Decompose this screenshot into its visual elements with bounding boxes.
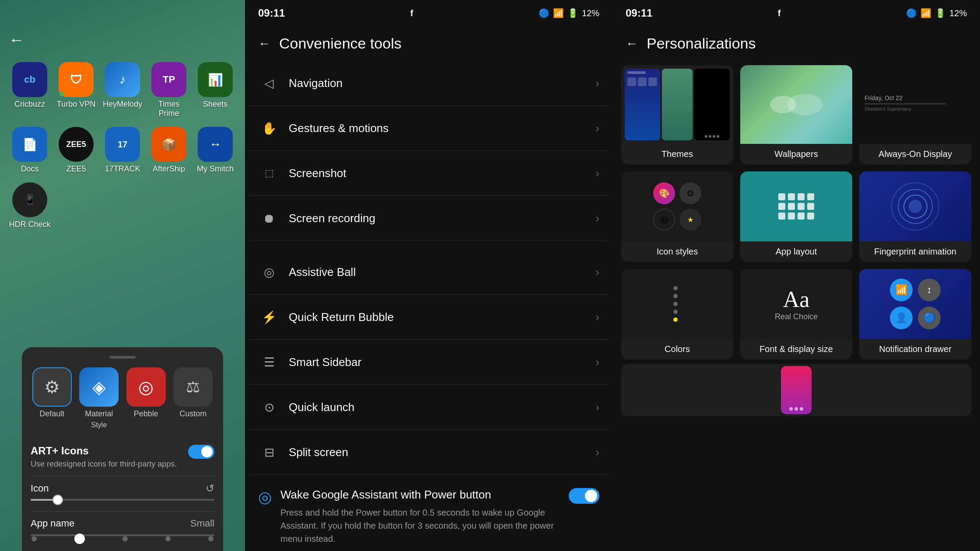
- app-name-track[interactable]: [31, 534, 214, 536]
- wallpapers-preview: [740, 65, 852, 144]
- dot-3: [165, 536, 171, 541]
- app-name-dots: [31, 534, 214, 544]
- screenshot-label: Screenshot: [289, 167, 595, 180]
- notification-label: Notification drawer: [859, 339, 971, 359]
- icon-size-label: Icon: [31, 483, 49, 494]
- wallpapers-card[interactable]: Wallpapers: [740, 65, 852, 164]
- screen-off-mock: [781, 366, 812, 414]
- app-heymelody[interactable]: ♪ HeyMelody: [102, 62, 144, 118]
- app-times-prime[interactable]: TP Times Prime: [148, 62, 190, 118]
- split-screen-icon: ⊟: [258, 441, 280, 463]
- gestures-arrow: ›: [595, 122, 599, 135]
- app-17track[interactable]: 17 17TRACK: [102, 127, 144, 174]
- assistive-ball-icon: ◎: [258, 261, 280, 283]
- facebook-icon: f: [410, 8, 413, 18]
- menu-split-screen[interactable]: ⊟ Split screen ›: [249, 430, 608, 475]
- screen-off-card[interactable]: [621, 364, 971, 416]
- menu-assistive-ball[interactable]: ◎ Assistive Ball ›: [249, 250, 608, 295]
- app-hdr-check[interactable]: 📱 HDR Check: [9, 182, 51, 229]
- themes-preview: [621, 65, 733, 144]
- back-button-panel2[interactable]: ←: [258, 37, 270, 51]
- app-turbo-vpn[interactable]: 🛡 Turbo VPN: [55, 62, 97, 118]
- themes-card[interactable]: Themes: [621, 65, 733, 164]
- screen-off-section: [612, 364, 980, 421]
- split-screen-arrow: ›: [595, 446, 599, 459]
- wake-toggle[interactable]: [569, 488, 599, 504]
- quick-return-icon: ⚡: [258, 306, 280, 328]
- art-icons-text: ART+ Icons Use redesigned icons for thir…: [31, 445, 177, 469]
- gestures-icon: ✋: [258, 117, 280, 139]
- app-layout-preview: [740, 171, 852, 241]
- status-bar-panel3: 09:11 f 🔵 📶 🔋 12%: [612, 0, 980, 26]
- panel-home: ← cb Cricbuzz 🛡 Turbo VPN ♪ HeyMelody TP: [0, 0, 245, 551]
- menu-screen-recording[interactable]: ⏺ Screen recording ›: [249, 196, 608, 241]
- screen-recording-label: Screen recording: [289, 212, 595, 225]
- icon-size-reset[interactable]: ↺: [206, 482, 214, 495]
- wake-desc: Press and hold the Power button for 0.5 …: [280, 506, 560, 545]
- art-icons-title: ART+ Icons: [31, 445, 177, 457]
- panel2-header: ← Convenience tools: [245, 26, 612, 61]
- screen-off-dots: [789, 407, 803, 411]
- menu-navigation[interactable]: ◁ Navigation ›: [249, 61, 608, 106]
- assistive-ball-arrow: ›: [595, 265, 599, 279]
- icon-style-pebble[interactable]: ◎ Pebble: [125, 367, 168, 429]
- app-zee5[interactable]: ZEE5 ZEE5: [55, 127, 97, 174]
- dot-2: [122, 536, 128, 541]
- back-button-panel3[interactable]: ←: [626, 37, 638, 51]
- app-docs[interactable]: 📄 Docs: [9, 127, 51, 174]
- icon-styles-card[interactable]: 🎨 ⚙ ◎ ★ Icon styles: [621, 171, 733, 262]
- wake-row: ◎ Wake Google Assistant with Power butto…: [258, 488, 599, 545]
- status-time: 09:11: [258, 7, 285, 19]
- icon-style-custom[interactable]: ⚖ Custom: [172, 367, 215, 429]
- status-time-panel3: 09:11: [626, 7, 652, 19]
- quick-return-label: Quick Return Bubble: [289, 310, 595, 324]
- battery-icon: 🔋: [567, 8, 578, 18]
- screenshot-arrow: ›: [595, 167, 599, 180]
- convenience-menu-list: ◁ Navigation › ✋ Gestures & motions › ⬚ …: [245, 61, 612, 475]
- menu-quick-return[interactable]: ⚡ Quick Return Bubble ›: [249, 295, 608, 340]
- always-on-card[interactable]: Friday, Oct 22 Sheldon's Supremacy Alway…: [859, 65, 971, 164]
- app-layout-card[interactable]: App layout: [740, 171, 852, 262]
- wallpapers-label: Wallpapers: [740, 144, 852, 164]
- back-button-home[interactable]: ←: [0, 22, 245, 58]
- wifi-icon-p3: 📶: [920, 8, 931, 18]
- colors-label: Colors: [621, 339, 733, 359]
- fingerprint-card[interactable]: Fingerprint animation: [859, 171, 971, 262]
- colors-card[interactable]: Colors: [621, 269, 733, 359]
- font-card[interactable]: Aa Real Choice Font & display size: [740, 269, 852, 359]
- battery-icon-p3: 🔋: [935, 8, 946, 18]
- icon-style-material[interactable]: ◈ Material Style: [78, 367, 121, 429]
- app-layout-label: App layout: [740, 241, 852, 262]
- status-bar-panel2: 09:11 f 🔵 📶 🔋 12%: [245, 0, 612, 26]
- app-sheets[interactable]: 📊 Sheets: [194, 62, 236, 118]
- app-my-smitch[interactable]: ↔ My Smitch: [194, 127, 236, 174]
- status-bar-home: [0, 0, 245, 22]
- app-grid-row2: 📄 Docs ZEE5 ZEE5 17 17TRACK 📦 AfterShip …: [0, 122, 245, 178]
- quick-launch-label: Quick launch: [289, 401, 595, 414]
- app-aftership[interactable]: 📦 AfterShip: [148, 127, 190, 174]
- bluetooth-icon: 🔵: [539, 8, 550, 18]
- menu-quick-launch[interactable]: ⊙ Quick launch ›: [249, 385, 608, 430]
- art-icons-switch[interactable]: [188, 445, 214, 459]
- menu-gestures[interactable]: ✋ Gestures & motions ›: [249, 106, 608, 151]
- app-cricbuzz[interactable]: cb Cricbuzz: [9, 62, 51, 118]
- panel-personalizations: 09:11 f 🔵 📶 🔋 12% ← Personalizations: [612, 0, 980, 551]
- notification-card[interactable]: 📶 ↕ 👤 🔵 Notification drawer: [859, 269, 971, 359]
- navigation-arrow: ›: [595, 77, 599, 90]
- menu-screenshot[interactable]: ⬚ Screenshot ›: [249, 151, 608, 196]
- always-on-preview: Friday, Oct 22 Sheldon's Supremacy: [859, 65, 971, 144]
- menu-divider: [249, 241, 608, 250]
- sheet-handle: [109, 356, 136, 359]
- font-preview: Aa Real Choice: [740, 269, 852, 339]
- split-screen-label: Split screen: [289, 446, 595, 459]
- icon-size-thumb[interactable]: [52, 495, 63, 505]
- art-icons-toggle-row: ART+ Icons Use redesigned icons for thir…: [31, 438, 214, 476]
- icon-size-track[interactable]: [31, 499, 214, 501]
- icon-style-sheet: ⚙ Default ◈ Material Style ◎ Pebble: [22, 347, 223, 551]
- personalize-grid: Themes Wallpapers Friday, Oct 22 Sheldon…: [612, 61, 980, 364]
- dot-4: [208, 536, 214, 541]
- icon-style-default[interactable]: ⚙ Default: [31, 367, 74, 429]
- notification-preview: 📶 ↕ 👤 🔵: [859, 269, 971, 339]
- menu-smart-sidebar[interactable]: ☰ Smart Sidebar ›: [249, 340, 608, 385]
- app-grid-row3: 📱 HDR Check: [0, 178, 245, 234]
